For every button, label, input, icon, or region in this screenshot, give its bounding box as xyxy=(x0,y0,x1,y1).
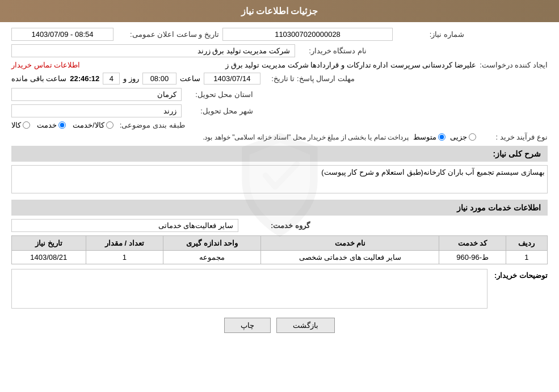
page-header: جزئیات اطلاعات نیاز xyxy=(0,0,559,22)
send-deadline-label: مهلت ارسال پاسخ: تا تاریخ: xyxy=(264,74,355,83)
table-header-row: ردیف کد خدمت نام خدمت واحد اندازه گیری ت… xyxy=(12,236,548,251)
creator-label: ایجاد کننده درخواست: xyxy=(480,61,548,69)
table-cell: 1 xyxy=(86,251,163,264)
buyer-desc-textarea[interactable] xyxy=(11,269,487,309)
category-kala-radio[interactable] xyxy=(23,121,30,129)
page-title: جزئیات اطلاعات نیاز xyxy=(241,6,318,16)
col-quantity: تعداد / مقدار xyxy=(86,236,163,251)
city-row: شهر محل تحویل: زرند xyxy=(11,104,548,117)
category-kala-label: کالا xyxy=(11,121,21,129)
process-jazzi-label: جزیی xyxy=(450,133,467,141)
buyer-org-row: نام دستگاه خریدار: شرکت مدیریت تولید برق… xyxy=(11,44,548,57)
service-group-label: گروه خدمت: xyxy=(242,221,310,230)
services-table: ردیف کد خدمت نام خدمت واحد اندازه گیری ت… xyxy=(11,235,548,264)
table-cell: سایر فعالیت های خدماتی شخصی xyxy=(261,251,439,264)
process-motavasset-label: متوسط xyxy=(413,133,436,141)
footer-buttons: بازگشت چاپ xyxy=(11,318,548,333)
description-textarea[interactable] xyxy=(11,165,548,193)
city-value: زرند xyxy=(11,104,182,117)
table-cell: 1 xyxy=(506,251,547,264)
category-khedmat-label: خدمت xyxy=(37,121,57,129)
category-khedmat-radio[interactable] xyxy=(58,121,66,129)
process-motavasset-option[interactable]: متوسط xyxy=(413,133,445,141)
category-khedmat-option[interactable]: خدمت xyxy=(37,121,66,129)
print-button[interactable]: چاپ xyxy=(224,318,271,333)
creator-link[interactable]: اطلاعات تماس خریدار xyxy=(11,61,80,69)
buyer-desc-label: توضیحات خریدار: xyxy=(491,269,548,280)
service-group-value: سایر فعالیت‌های خدماتی xyxy=(11,219,238,232)
col-row: ردیف xyxy=(506,236,547,251)
services-table-container: ردیف کد خدمت نام خدمت واحد اندازه گیری ت… xyxy=(11,235,548,264)
announce-label: تاریخ و ساعت اعلان عمومی: xyxy=(117,30,219,39)
process-row: نوع فرآیند خرید : جزیی متوسط پرداخت تمام… xyxy=(11,133,548,141)
buyer-org-label: نام دستگاه خریدار: xyxy=(299,47,367,55)
need-number-label: شماره نیاز: xyxy=(396,30,464,39)
process-note: پرداخت تمام یا بخشی از مبلغ خریدار محل "… xyxy=(203,133,409,141)
category-label: طبقه بندی موضوعی: xyxy=(117,121,185,129)
deadline-time-label: ساعت xyxy=(180,74,200,83)
category-row: طبقه بندی موضوعی: کالا/خدمت خدمت کالا xyxy=(11,121,548,129)
category-kala-option[interactable]: کالا xyxy=(11,121,30,129)
process-jazzi-option[interactable]: جزیی xyxy=(450,133,476,141)
process-radio-group: جزیی متوسط پرداخت تمام یا بخشی از مبلغ خ… xyxy=(11,133,476,141)
description-container xyxy=(11,165,548,195)
category-kala-khedmat-radio[interactable] xyxy=(106,121,114,129)
deadline-days: 4 xyxy=(103,73,120,85)
category-radio-group: کالا/خدمت خدمت کالا xyxy=(11,121,114,129)
col-name: نام خدمت xyxy=(261,236,439,251)
table-cell: 1403/08/21 xyxy=(12,251,86,264)
creator-value: علیرضا کردستانی سرپرست اداره تداركات و ق… xyxy=(83,61,476,69)
deadline-remaining: ساعت باقی مانده xyxy=(11,74,66,83)
page-wrapper: جزئیات اطلاعات نیاز شماره نیاز: 11030070… xyxy=(0,0,559,392)
process-motavasset-radio[interactable] xyxy=(438,133,445,141)
send-deadline-row: مهلت ارسال پاسخ: تا تاریخ: 1403/07/14 سا… xyxy=(11,73,548,85)
back-button[interactable]: بازگشت xyxy=(276,318,335,333)
need-number-row: شماره نیاز: 1103007020000028 تاریخ و ساع… xyxy=(11,28,548,41)
main-content: شماره نیاز: 1103007020000028 تاریخ و ساع… xyxy=(0,22,559,348)
service-group-row: گروه خدمت: سایر فعالیت‌های خدماتی xyxy=(11,219,548,232)
deadline-countdown: 22:46:12 xyxy=(70,74,99,83)
city-label: شهر محل تحویل: xyxy=(185,107,253,115)
description-section-title: شرح کلی نیاز: xyxy=(11,146,548,162)
col-date: تاریخ نیاز xyxy=(12,236,86,251)
table-row: 1ط-96-960سایر فعالیت های خدماتی شخصیمجمو… xyxy=(12,251,548,264)
category-kala-khedmat-label: کالا/خدمت xyxy=(73,121,104,129)
col-code: کد خدمت xyxy=(439,236,506,251)
table-cell: ط-96-960 xyxy=(439,251,506,264)
category-kala-khedmat-option[interactable]: کالا/خدمت xyxy=(73,121,114,129)
province-row: استان محل تحویل: کرمان xyxy=(11,88,548,101)
need-number-value: 1103007020000028 xyxy=(222,28,393,41)
province-value: کرمان xyxy=(11,88,182,101)
province-label: استان محل تحویل: xyxy=(185,90,253,99)
deadline-days-label: روز و xyxy=(123,74,139,83)
table-body: 1ط-96-960سایر فعالیت های خدماتی شخصیمجمو… xyxy=(12,251,548,264)
creator-row: ایجاد کننده درخواست: علیرضا کردستانی سرپ… xyxy=(11,61,548,69)
announce-value: 1403/07/09 - 08:54 xyxy=(11,28,114,41)
services-section-title: اطلاعات خدمات مورد نیاز xyxy=(11,200,548,216)
buyer-desc-row: توضیحات خریدار: xyxy=(11,269,548,309)
buyer-org-value: شرکت مدیریت تولید برق زرند xyxy=(11,44,295,57)
col-unit: واحد اندازه گیری xyxy=(163,236,261,251)
table-cell: مجموعه xyxy=(163,251,261,264)
deadline-time: 08:00 xyxy=(142,73,176,85)
process-jazzi-radio[interactable] xyxy=(469,133,476,141)
process-label: نوع فرآیند خرید : xyxy=(480,133,548,141)
deadline-date: 1403/07/14 xyxy=(204,73,260,85)
